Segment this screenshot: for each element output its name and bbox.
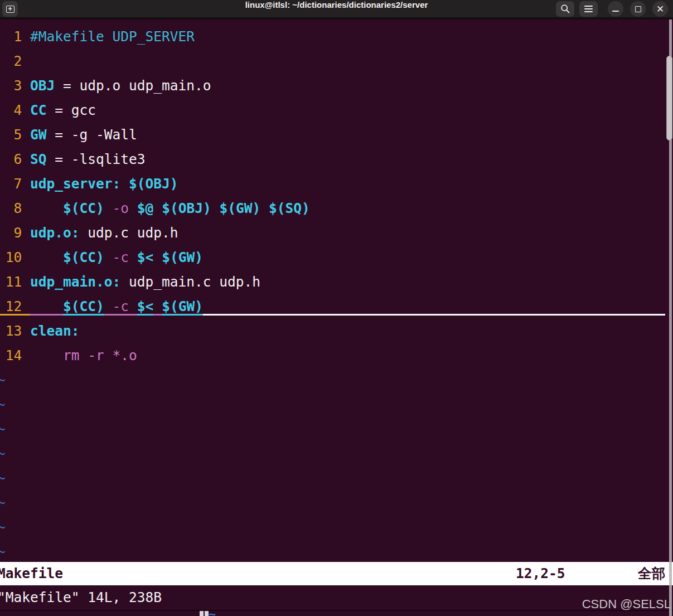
code-token bbox=[129, 196, 137, 221]
code-token: clean: bbox=[30, 319, 80, 343]
code-token: -o bbox=[113, 196, 129, 221]
filler-line: ~ bbox=[0, 491, 665, 515]
code-line-6[interactable]: 6 SQ = -lsqlite3 bbox=[0, 147, 665, 172]
code-token: = -lsqlite3 bbox=[47, 147, 146, 172]
code-line-14[interactable]: 14 rm -r *.o bbox=[0, 343, 665, 368]
code-line-5[interactable]: 5 GW = -g -Wall bbox=[0, 123, 665, 147]
code-area[interactable]: 1 #Makefile UDP_SERVER 2 3 OBJ = udp.o u… bbox=[0, 25, 665, 564]
code-token: SQ bbox=[30, 147, 47, 172]
code-token bbox=[30, 294, 63, 319]
line-number: 8 bbox=[0, 196, 30, 221]
line-number: 5 bbox=[0, 123, 30, 147]
code-line-4[interactable]: 4 CC = gcc bbox=[0, 98, 665, 123]
tilde: ~ bbox=[0, 368, 6, 392]
code-token: $(CC) bbox=[63, 196, 104, 221]
code-token bbox=[211, 196, 220, 221]
filler-line: ~ bbox=[0, 515, 665, 540]
line-number: 4 bbox=[0, 98, 30, 123]
code-line-7[interactable]: 7 udp_server: $(OBJ) bbox=[0, 172, 665, 196]
code-line-3[interactable]: 3 OBJ = udp.o udp_main.o bbox=[0, 74, 665, 98]
line-number: 12 bbox=[0, 294, 30, 319]
code-token bbox=[30, 196, 63, 221]
cursor-artifact bbox=[205, 611, 209, 616]
line-number: 14 bbox=[0, 343, 30, 368]
code-token bbox=[153, 196, 162, 221]
code-line-8[interactable]: 8 $(CC) -o $@ $(OBJ) $(GW) $(SQ) bbox=[0, 196, 665, 221]
code-token bbox=[104, 294, 113, 319]
statusline-filename: Makefile bbox=[0, 562, 63, 585]
search-button[interactable] bbox=[556, 1, 574, 17]
code-token: $< bbox=[137, 245, 154, 270]
code-token: $(GW) bbox=[219, 196, 260, 221]
statusline-position: 全部 bbox=[638, 562, 665, 585]
code-line-1[interactable]: 1 #Makefile UDP_SERVER bbox=[0, 25, 665, 49]
close-button[interactable]: ✕ bbox=[652, 1, 668, 17]
code-token: CC bbox=[30, 98, 47, 123]
code-token: -c bbox=[113, 294, 129, 319]
line-number: 2 bbox=[0, 49, 30, 74]
scrollbar-thumb[interactable] bbox=[666, 56, 672, 140]
code-token: $< bbox=[137, 294, 154, 319]
code-token: $@ bbox=[137, 196, 154, 221]
code-token bbox=[260, 196, 269, 221]
tilde: ~ bbox=[0, 540, 6, 564]
titlebar: + linux@itlsl: ~/dictionaries/dictionari… bbox=[0, 0, 673, 18]
code-token: $(CC) bbox=[63, 294, 104, 319]
code-token: = udp.o udp_main.o bbox=[55, 74, 211, 98]
code-token bbox=[30, 245, 63, 270]
code-token: $(GW) bbox=[162, 245, 203, 270]
code-token: GW bbox=[30, 123, 47, 147]
tilde: ~ bbox=[0, 392, 6, 417]
code-token: udp_main.o: bbox=[30, 270, 120, 294]
hamburger-menu-icon bbox=[584, 6, 593, 12]
cursor-artifact bbox=[200, 611, 204, 616]
line-number: 10 bbox=[0, 245, 30, 270]
code-token: $(CC) bbox=[63, 245, 104, 270]
tilde: ~ bbox=[0, 515, 6, 540]
menu-button[interactable] bbox=[579, 1, 598, 17]
statusline-ruler: 12,2-5 bbox=[516, 562, 565, 585]
minimize-button[interactable] bbox=[608, 1, 623, 17]
code-token: $(GW) bbox=[162, 294, 203, 319]
code-token bbox=[120, 172, 129, 196]
code-token: udp.c udp.h bbox=[80, 221, 178, 245]
vim-command-line: "Makefile" 14L, 238B bbox=[0, 585, 162, 610]
filler-line: ~ bbox=[0, 540, 665, 564]
tilde: ~ bbox=[0, 442, 6, 466]
line-number: 6 bbox=[0, 147, 30, 172]
filler-line: ~ bbox=[0, 392, 665, 417]
code-token bbox=[153, 294, 162, 319]
line-number: 1 bbox=[0, 25, 30, 49]
code-token bbox=[104, 245, 113, 270]
code-token bbox=[30, 343, 63, 368]
code-line-10[interactable]: 10 $(CC) -c $< $(GW) bbox=[0, 245, 665, 270]
code-token bbox=[129, 294, 137, 319]
filler-line: ~ bbox=[0, 442, 665, 466]
bottom-sliver: ~ bbox=[0, 611, 673, 616]
terminal-viewport[interactable]: 1 #Makefile UDP_SERVER 2 3 OBJ = udp.o u… bbox=[0, 18, 673, 616]
line-number: 7 bbox=[0, 172, 30, 196]
tilde: ~ bbox=[0, 491, 6, 515]
maximize-button[interactable] bbox=[630, 1, 646, 17]
close-icon: ✕ bbox=[656, 4, 664, 14]
code-line-13[interactable]: 13 clean: bbox=[0, 319, 665, 343]
watermark: CSDN @SELSL bbox=[582, 597, 671, 612]
code-token: rm -r *.o bbox=[63, 343, 137, 368]
code-line-11[interactable]: 11 udp_main.o: udp_main.c udp.h bbox=[0, 270, 665, 294]
code-line-2[interactable]: 2 bbox=[0, 49, 665, 74]
code-token bbox=[129, 245, 137, 270]
code-token: OBJ bbox=[30, 74, 55, 98]
code-token bbox=[104, 196, 113, 221]
code-token: $(OBJ) bbox=[162, 196, 211, 221]
code-line-9[interactable]: 9 udp.o: udp.c udp.h bbox=[0, 221, 665, 245]
code-line-12[interactable]: 12 $(CC) -c $< $(GW) bbox=[0, 294, 665, 319]
code-token bbox=[153, 245, 162, 270]
code-token: $(SQ) bbox=[269, 196, 310, 221]
tilde: ~ bbox=[0, 417, 6, 442]
tilde: ~ bbox=[0, 466, 6, 491]
line-number: 3 bbox=[0, 74, 30, 98]
code-token: = gcc bbox=[47, 98, 96, 123]
filler-line: ~ bbox=[0, 466, 665, 491]
code-token: -c bbox=[113, 245, 129, 270]
filler-line: ~ bbox=[0, 368, 665, 392]
